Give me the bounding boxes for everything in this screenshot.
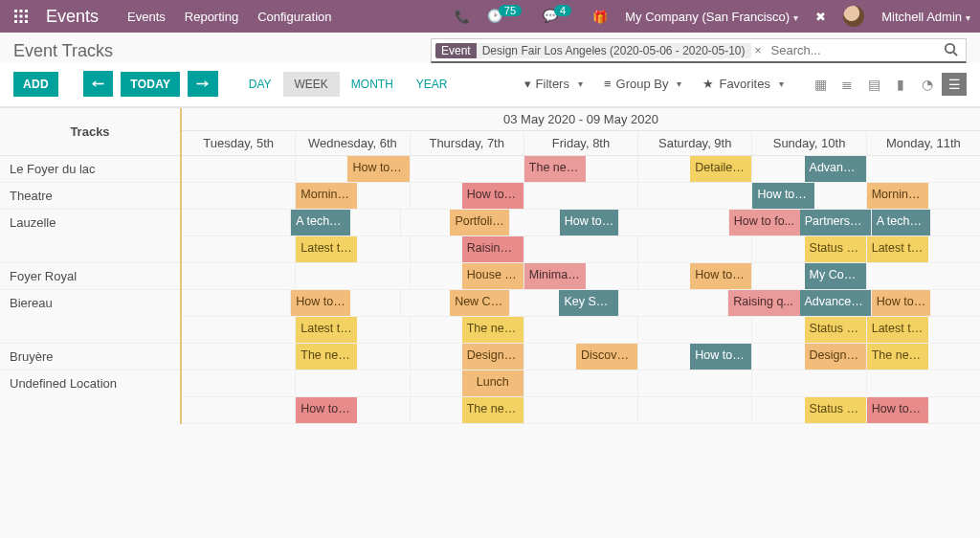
event-block[interactable]: Partnersh... — [800, 210, 871, 235]
event-block[interactable]: A technic... — [872, 210, 931, 235]
debug-icon[interactable]: ✖ — [815, 10, 826, 24]
event-block[interactable]: The new ... — [867, 344, 928, 370]
location-row: Foyer Royal — [0, 263, 180, 290]
range-year[interactable]: YEAR — [405, 72, 459, 97]
svg-rect-0 — [14, 10, 17, 12]
phone-icon[interactable]: 📞 — [455, 10, 470, 24]
svg-rect-1 — [20, 10, 23, 12]
event-block[interactable]: How to d... — [867, 397, 928, 423]
range-month[interactable]: MONTH — [340, 72, 405, 97]
view-list-icon[interactable]: ≣ — [835, 73, 859, 96]
event-block[interactable]: Design co... — [462, 344, 523, 370]
event-block[interactable]: Minimal b... — [524, 263, 586, 289]
event-block[interactable]: Latest tre... — [867, 236, 928, 262]
app-brand[interactable]: Events — [46, 7, 99, 27]
gantt-row: A technic... Portfolio ... How to c... H… — [182, 210, 980, 236]
event-block[interactable]: How to o... — [690, 263, 751, 289]
event-block[interactable]: How to c... — [560, 210, 619, 235]
event-block[interactable]: Latest tre... — [296, 236, 357, 262]
event-block[interactable]: How to i... — [690, 344, 751, 370]
event-block[interactable]: The new ... — [296, 344, 357, 370]
event-block[interactable]: How to in... — [347, 156, 409, 182]
event-block[interactable]: Latest tre... — [867, 317, 928, 343]
location-row: Undefined Location — [0, 370, 180, 424]
filters-menu[interactable]: ▾Filters — [524, 77, 583, 91]
event-block[interactable]: The new ... — [462, 397, 523, 423]
day-header: Wednesday, 6th — [296, 131, 410, 155]
nav-configuration[interactable]: Configuration — [257, 10, 331, 24]
gantt-row: Lunch — [182, 370, 980, 397]
gift-icon[interactable]: 🎁 — [592, 10, 608, 24]
view-activity-icon[interactable]: ◔ — [915, 73, 940, 96]
event-block[interactable]: How to d... — [752, 183, 813, 209]
gantt-row: The new ... Design co... Discover ... Ho… — [182, 344, 980, 370]
event-block[interactable]: How to d... — [462, 183, 523, 209]
svg-rect-6 — [14, 20, 17, 23]
favorites-menu[interactable]: ★Favorites — [702, 77, 783, 91]
gantt-row: How to d... The new ... Status &... How … — [182, 397, 980, 424]
svg-rect-5 — [25, 15, 28, 18]
day-header: Sunday, 10th — [752, 131, 866, 155]
event-block[interactable]: New Certi... — [450, 290, 509, 316]
event-block[interactable]: Portfolio ... — [450, 210, 509, 235]
event-block[interactable]: The new ... — [524, 156, 586, 182]
search-input[interactable] — [766, 43, 940, 57]
prev-button[interactable]: 🡐 — [83, 71, 113, 97]
nav-reporting[interactable]: Reporting — [185, 10, 238, 24]
chip-remove-icon[interactable]: × — [751, 44, 766, 57]
today-button[interactable]: TODAY — [121, 72, 180, 97]
event-block[interactable]: Detailed r... — [690, 156, 751, 182]
activity-icon[interactable]: 🕑75 — [487, 9, 525, 24]
view-kanban-icon[interactable]: ▦ — [808, 73, 833, 96]
search-icon[interactable] — [940, 42, 962, 59]
event-block[interactable]: How to b... — [872, 290, 931, 316]
event-block[interactable]: House of ... — [462, 263, 523, 289]
gantt-row: Morning ... How to d... How to d... Morn… — [182, 183, 980, 210]
next-button[interactable]: 🡒 — [188, 71, 217, 97]
company-switcher[interactable]: My Company (San Francisco) — [625, 10, 798, 24]
event-block[interactable]: How to fo... — [729, 210, 800, 235]
nav-events[interactable]: Events — [127, 10, 166, 24]
view-graph-icon[interactable]: ▮ — [888, 73, 913, 96]
event-block[interactable]: My Comp... — [805, 263, 866, 289]
event-block[interactable]: Latest tre... — [296, 317, 357, 343]
event-block[interactable]: Lunch — [462, 370, 523, 396]
location-row: Bruyère — [0, 344, 180, 370]
event-block[interactable]: Raising q... — [462, 236, 523, 262]
range-day[interactable]: DAY — [237, 72, 283, 97]
event-block[interactable]: Status &... — [805, 397, 866, 423]
list-icon: ≡ — [604, 77, 612, 91]
event-block[interactable]: Morning ... — [296, 183, 357, 209]
search-chip: Event Design Fair Los Angeles (2020-05-0… — [435, 43, 766, 58]
event-block[interactable]: Status & ... — [805, 317, 866, 343]
event-block[interactable]: Key Succ... — [559, 290, 618, 316]
event-block[interactable]: How to b... — [291, 290, 350, 316]
event-block[interactable]: Status & ... — [805, 236, 866, 262]
event-block[interactable]: Design co... — [805, 344, 866, 370]
event-block[interactable]: Advanced... — [800, 290, 871, 316]
event-block[interactable]: Discover ... — [576, 344, 637, 370]
view-calendar-icon[interactable]: ▤ — [861, 73, 886, 96]
avatar — [843, 6, 864, 27]
filter-icon: ▾ — [524, 77, 531, 91]
gantt-body: How to in... The new ... Detailed r... A… — [182, 156, 980, 424]
event-block[interactable]: How to d... — [296, 397, 357, 423]
event-block[interactable]: Raising q... — [728, 290, 799, 316]
search-bar[interactable]: Event Design Fair Los Angeles (2020-05-0… — [431, 38, 967, 63]
svg-rect-8 — [25, 20, 28, 23]
messages-icon[interactable]: 💬4 — [543, 9, 575, 24]
add-button[interactable]: ADD — [13, 72, 58, 97]
day-header: Monday, 11th — [867, 131, 980, 155]
event-block[interactable]: Advanced... — [805, 156, 866, 182]
gantt-row: Latest tre... Raising q... Status & ... … — [182, 236, 980, 263]
event-block[interactable]: Morning ... — [867, 183, 928, 209]
view-gantt-icon[interactable]: ☰ — [942, 73, 967, 96]
user-menu[interactable]: Mitchell Admin — [881, 10, 970, 24]
event-block[interactable]: The new ... — [462, 317, 523, 343]
range-week[interactable]: WEEK — [283, 72, 340, 97]
event-block[interactable]: A technic... — [291, 210, 350, 235]
location-row: Le Foyer du lac — [0, 156, 180, 183]
groupby-menu[interactable]: ≡Group By — [604, 77, 682, 91]
svg-rect-7 — [20, 20, 23, 23]
apps-icon[interactable] — [10, 10, 33, 23]
